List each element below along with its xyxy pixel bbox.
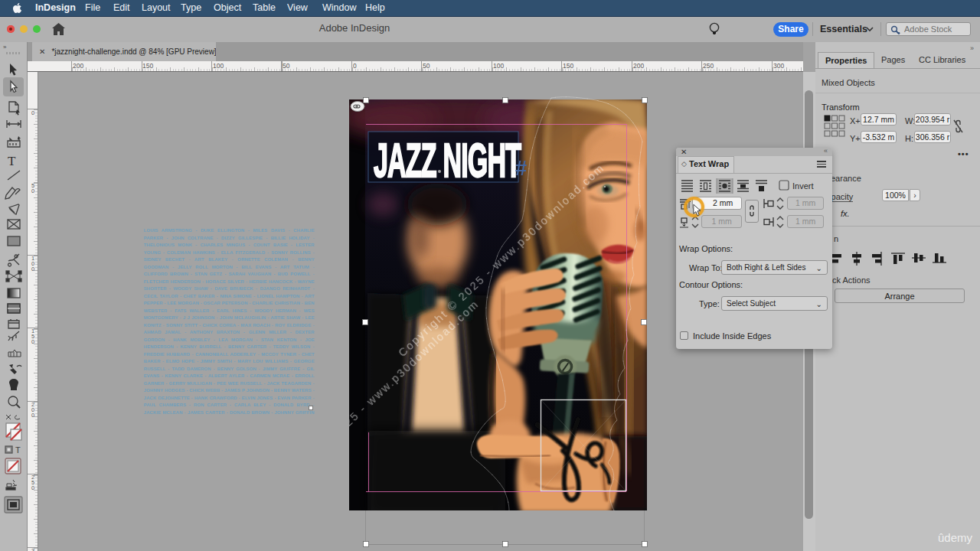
svg-text:Invert: Invert [792,181,814,191]
svg-text:#: # [515,157,527,180]
svg-text:T: T [8,154,16,168]
svg-text:T: T [15,445,21,455]
svg-text:JAZZ NIGHT: JAZZ NIGHT [374,133,521,187]
